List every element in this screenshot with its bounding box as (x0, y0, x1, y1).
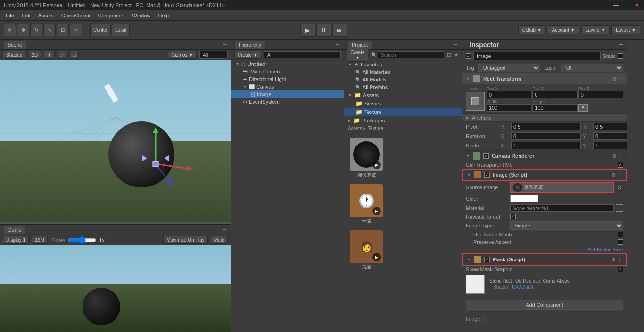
pos-y-input[interactable] (532, 91, 577, 98)
menu-component[interactable]: Component (94, 12, 128, 19)
set-native-button[interactable]: Set Native Size (588, 247, 623, 252)
hierarchy-search[interactable] (264, 51, 341, 58)
menu-gameobject[interactable]: GameObject (58, 12, 94, 19)
bc-assets[interactable]: Assets (348, 126, 362, 131)
pivot-local[interactable]: Local (112, 24, 130, 36)
tool-scale[interactable]: ⤡ (43, 24, 56, 36)
cr-btn[interactable]: ⚙ (612, 154, 617, 159)
rot-x-input[interactable] (511, 132, 581, 140)
pause-button[interactable]: ⏸ (316, 24, 331, 37)
tab-game[interactable]: Game (4, 226, 25, 234)
proj-favorites[interactable]: ▼ ★ Favorites (344, 60, 462, 68)
game-panel-options[interactable]: ☰ (223, 227, 227, 232)
hier-item-light[interactable]: ☀ Directional Light (231, 75, 344, 83)
project-view-icon[interactable]: ⊞ (447, 52, 451, 58)
pivot-x-input[interactable] (511, 123, 581, 130)
tab-hierarchy[interactable]: Hierarchy (235, 41, 265, 49)
hier-item-scene[interactable]: ▼ ⬡ Untitled* (231, 60, 344, 68)
canvas-renderer-header[interactable]: ▼ Canvas Renderer ⚙ ⋮ (462, 150, 627, 161)
tool-transform[interactable]: ☆ (70, 24, 82, 36)
rect-btn-1[interactable]: ⚙ (612, 76, 617, 81)
proj-all-models[interactable]: 🔍 All Models (344, 76, 462, 83)
scene-panel-options[interactable]: ☰ (223, 42, 227, 47)
hier-item-canvas[interactable]: ▼ ⬜ Canvas (231, 83, 344, 90)
rect-btn-2[interactable]: ⋮ (619, 76, 623, 81)
asset-play-circle[interactable]: ▶ (372, 161, 381, 169)
tab-scene[interactable]: Scene (4, 41, 26, 49)
pivot-center[interactable]: Center (90, 24, 111, 36)
width-input[interactable] (487, 104, 531, 112)
show-mask-checkbox[interactable] (618, 267, 623, 272)
static-checkbox[interactable] (618, 53, 623, 59)
scale-x-input[interactable] (511, 142, 581, 149)
scene-search[interactable] (199, 51, 228, 59)
mask-btn2[interactable]: ⋮ (618, 257, 622, 262)
hierarchy-create[interactable]: Create ▼ (234, 51, 261, 59)
lighting-toggle[interactable]: ☀ (44, 51, 55, 59)
layers-button[interactable]: Layers ▼ (581, 25, 610, 34)
rot-y-input[interactable] (593, 132, 627, 140)
shading-mode[interactable]: Shaded (3, 51, 25, 59)
effects-toggle[interactable]: □ (69, 51, 79, 59)
color-picker-btn[interactable] (616, 195, 623, 202)
asset-item-person[interactable]: 👩 ▶ 玩家 (348, 228, 386, 273)
tool-rect[interactable]: ⊡ (57, 24, 69, 36)
tool-hand[interactable]: ✥ (4, 24, 16, 36)
tool-move[interactable]: ✥ (17, 24, 29, 36)
active-checkbox[interactable] (466, 53, 471, 59)
source-image-field[interactable]: 圆形遮罩 (510, 182, 614, 193)
asset-play-clock[interactable]: ▶ (372, 207, 381, 215)
project-more-icon[interactable]: ★ (454, 52, 459, 58)
maximize-play-btn[interactable]: Maximize On Play (163, 236, 208, 244)
rect-transform-header[interactable]: ▼ Rect Transform ⚙ ⋮ (462, 73, 627, 84)
add-component-button[interactable]: Add Component (466, 300, 623, 310)
is-btn1[interactable]: ⚙ (611, 172, 616, 178)
canvas-renderer-enable[interactable] (483, 153, 489, 159)
account-button[interactable]: Account ▼ (548, 25, 579, 34)
play-button[interactable]: ▶ (300, 24, 315, 37)
pos-z-input[interactable] (578, 91, 623, 98)
tool-rotate[interactable]: ↻ (30, 24, 42, 36)
asset-item-circle[interactable]: ▶ 圆形遮罩 (348, 136, 386, 180)
display-select[interactable]: Display 1 (3, 236, 29, 244)
asset-item-clock[interactable]: 🕐 ▶ 怀表 (348, 182, 386, 227)
project-create[interactable]: Create ▼ (347, 49, 368, 62)
object-name-field[interactable] (473, 52, 601, 60)
proj-all-materials[interactable]: 🔍 All Materials (344, 68, 462, 76)
menu-window[interactable]: Window (128, 12, 154, 19)
pivot-y-input[interactable] (593, 123, 627, 130)
menu-edit[interactable]: Edit (18, 12, 34, 19)
close-button[interactable]: ✕ (634, 2, 640, 8)
gizmos-dropdown[interactable]: Gizmos ▼ (168, 51, 197, 59)
hierarchy-options[interactable]: ☰ (336, 42, 340, 47)
asset-play-person[interactable]: ▶ (372, 253, 381, 261)
tag-dropdown[interactable]: Untagged (478, 64, 540, 72)
aspect-select[interactable]: 16:9 (32, 236, 47, 244)
is-btn2[interactable]: ⋮ (618, 172, 622, 178)
layer-dropdown[interactable]: UI (561, 64, 623, 72)
minimize-button[interactable]: — (613, 2, 619, 8)
step-button[interactable]: ⏭ (332, 24, 347, 37)
layout-button[interactable]: Layout ▼ (611, 25, 640, 34)
inspector-options[interactable]: ☰ (619, 42, 623, 47)
menu-assets[interactable]: Assets (34, 12, 58, 19)
hier-item-camera[interactable]: 📷 Main Camera (231, 68, 344, 75)
collab-button[interactable]: Collab ▼ (518, 25, 546, 34)
proj-all-prefabs[interactable]: 🔍 All Prefabs (344, 83, 462, 91)
proj-packages[interactable]: ▶ 📁 Packages (344, 116, 462, 125)
mute-btn[interactable]: Mute (211, 236, 228, 244)
anchors-section[interactable]: ▶ Anchors (462, 113, 627, 122)
2d-mode[interactable]: 2D (28, 51, 41, 59)
height-input[interactable] (532, 104, 577, 112)
preserve-checkbox[interactable] (618, 239, 623, 245)
color-swatch[interactable] (510, 195, 538, 202)
maximize-button[interactable]: □ (623, 2, 630, 8)
tab-project[interactable]: Project (348, 41, 372, 49)
r-button[interactable]: R (578, 104, 588, 112)
cr-btn2[interactable]: ⋮ (619, 154, 623, 159)
pos-x-input[interactable] (487, 91, 531, 98)
mask-enable[interactable] (484, 257, 490, 262)
proj-assets[interactable]: ▼ 📁 Assets (344, 91, 462, 99)
image-type-select[interactable]: Simple (510, 221, 623, 230)
mask-script-header[interactable]: ▼ Mask (Script) ⚙ ⋮ (462, 253, 627, 266)
